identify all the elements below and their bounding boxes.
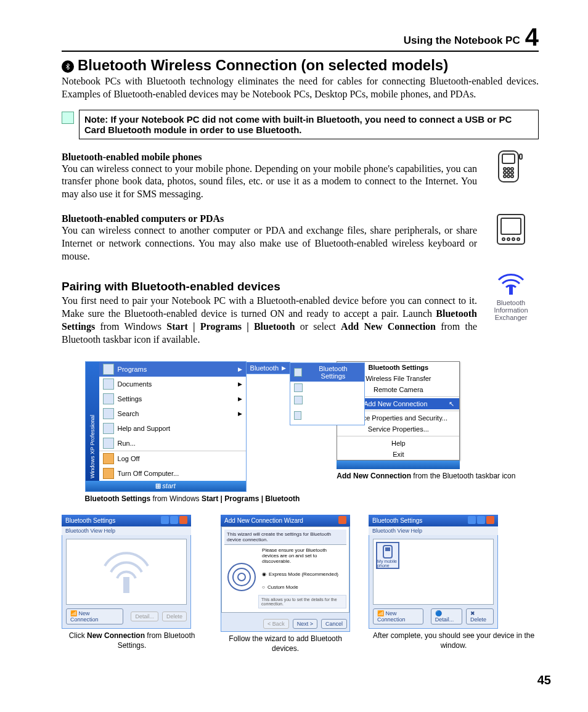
wireless-signal-icon <box>483 271 539 299</box>
minimize-button[interactable] <box>161 516 169 524</box>
start-button[interactable]: ⊞start <box>86 481 246 491</box>
radio-express-mode[interactable]: ◉Express Mode (Recommended) <box>258 569 346 579</box>
header-chapter-number: 4 <box>525 25 539 49</box>
ctx-item-label: Help <box>391 440 406 447</box>
svg-point-10 <box>511 175 513 178</box>
figure-add-connection-wizard: Add New Connection Wizard This wizard wi… <box>221 515 350 653</box>
close-button[interactable] <box>338 516 346 524</box>
submenu-item-bluetooth-settings[interactable]: Bluetooth Settings <box>290 363 364 382</box>
svg-point-20 <box>228 563 255 591</box>
svg-point-17 <box>517 238 520 240</box>
page-number: 45 <box>537 673 551 687</box>
window-title: Bluetooth Settings <box>65 517 160 524</box>
svg-point-5 <box>504 171 506 174</box>
cancel-button[interactable]: Cancel <box>321 619 347 629</box>
ctx-help[interactable]: Help <box>337 438 459 449</box>
submenu-item-label: User's Guide <box>306 396 345 404</box>
new-connection-button[interactable]: 📶 New Connection <box>66 608 123 624</box>
svg-point-8 <box>504 175 506 178</box>
start-menu-search[interactable]: Search▶ <box>99 406 246 421</box>
intro-paragraph: Notebook PCs with Bluetooth technology e… <box>62 75 539 101</box>
wizard-instruction: Please ensure your Bluetooth devices are… <box>258 545 346 567</box>
button-label: Detail... <box>135 613 154 620</box>
next-button[interactable]: Next > <box>293 619 317 629</box>
maximize-button[interactable] <box>170 516 178 524</box>
custom-mode-description: This allows you to set the details for t… <box>258 595 346 608</box>
device-label: My mobile phone <box>377 559 398 568</box>
window-title: Bluetooth Settings <box>372 517 467 524</box>
button-label: < Back <box>267 621 285 627</box>
pairing-bold-2: Start | Programs | Bluetooth <box>166 321 295 332</box>
radio-custom-mode[interactable]: ○Custom Mode <box>258 582 346 592</box>
start-menu-logoff[interactable]: Log Off <box>99 451 246 466</box>
wizard-graphic-icon <box>226 555 257 599</box>
submenu-bluetooth[interactable]: Bluetooth▶ Bluetooth Settings Remote Cam… <box>247 362 290 374</box>
start-menu-settings[interactable]: Settings▶ <box>99 391 246 406</box>
submenu-item-wireless-file-transfer[interactable]: Wireless File Transfer <box>290 406 364 425</box>
start-item-label: Help and Support <box>118 425 171 432</box>
radio-label: Custom Mode <box>267 584 298 590</box>
button-label: New Connection <box>70 610 99 623</box>
ctx-item-label: Bluetooth Settings <box>368 364 428 371</box>
button-label: Delete <box>166 613 182 620</box>
window-menubar[interactable]: Bluetooth View Help <box>369 526 498 535</box>
section-title: Bluetooth Wireless Connection (on select… <box>62 57 539 74</box>
titlebar: Bluetooth Settings <box>369 515 498 526</box>
back-button: < Back <box>263 619 289 629</box>
svg-rect-24 <box>385 547 390 551</box>
ctx-item-label: Remote Camera <box>374 386 423 393</box>
start-menu-turnoff[interactable]: Turn Off Computer... <box>99 466 246 481</box>
start-item-label: Turn Off Computer... <box>118 470 179 477</box>
pairing-text-3: or select <box>295 321 341 332</box>
close-button[interactable] <box>179 516 187 524</box>
submenu-item-label: Remote Camera <box>306 384 356 391</box>
new-connection-button[interactable]: 📶 New Connection <box>373 608 423 624</box>
close-button[interactable] <box>486 516 494 524</box>
section-title-text: Bluetooth Wireless Connection (on select… <box>78 57 448 74</box>
mobile-phone-illustration <box>483 148 539 185</box>
sub1-heading: Bluetooth-enabled mobile phones <box>62 152 477 163</box>
bottom-caption-2: Follow the wizard to add Bluetooth devic… <box>221 634 350 653</box>
start-menu-run[interactable]: Run... <box>99 436 246 451</box>
paired-device-icon[interactable]: My mobile phone <box>376 542 399 569</box>
submenu-item-label: Wireless File Transfer <box>305 408 361 423</box>
pairing-text-1: You first need to pair your Notebook PC … <box>62 295 477 319</box>
svg-point-9 <box>507 175 510 178</box>
submenu-item-users-guide[interactable]: User's Guide <box>290 394 364 406</box>
ctx-exit[interactable]: Exit <box>337 449 459 460</box>
figure-bt-settings-empty: Bluetooth Settings Bluetooth View Help 📶… <box>62 515 202 653</box>
os-sidebar-label: Windows XP Professional <box>89 412 96 481</box>
radio-label: Express Mode (Recommended) <box>269 571 338 577</box>
start-menu-programs[interactable]: Programs▶ Bluetooth▶ Bluetooth Settings … <box>99 362 246 377</box>
window-menubar[interactable]: Bluetooth View Help <box>62 526 191 535</box>
submenu-item-remote-camera[interactable]: Remote Camera <box>290 382 364 394</box>
maximize-button[interactable] <box>477 516 485 524</box>
detail-button-disabled: Detail... <box>131 612 158 621</box>
svg-rect-18 <box>509 286 513 295</box>
page-header: Using the Notebook PC 4 <box>62 25 539 52</box>
subsection-mobile-phones: Bluetooth-enabled mobile phones You can … <box>62 148 539 210</box>
titlebar: Bluetooth Settings <box>62 515 191 526</box>
minimize-button[interactable] <box>468 516 476 524</box>
note-icon <box>62 112 74 124</box>
start-item-label: Documents <box>118 380 152 388</box>
ctx-item-label: Service Properties... <box>368 425 429 433</box>
start-item-label: Search <box>118 410 139 417</box>
sub2-heading: Bluetooth-enabled computers or PDAs <box>62 213 477 224</box>
button-label: Cancel <box>325 621 343 627</box>
start-item-label: Run... <box>118 440 136 447</box>
svg-rect-19 <box>123 577 129 593</box>
delete-button[interactable]: ✖ Delete <box>466 608 494 624</box>
pairing-section: Pairing with Bluetooth-enabled devices Y… <box>62 271 539 354</box>
start-item-label: Settings <box>118 395 142 403</box>
start-menu-documents[interactable]: Documents▶ <box>99 377 246 391</box>
svg-rect-1 <box>502 154 515 163</box>
delete-button-disabled: Delete <box>162 612 187 621</box>
bluetooth-icon <box>62 60 74 73</box>
svg-rect-13 <box>501 218 521 234</box>
svg-point-3 <box>507 168 510 170</box>
figure-start-menu: Windows XP Professional Programs▶ Blueto… <box>85 361 300 504</box>
start-menu-help[interactable]: Help and Support <box>99 421 246 436</box>
wizard-header-text: This wizard will create the settings for… <box>224 530 346 545</box>
detail-button[interactable]: 🔵 Detail... <box>431 608 462 624</box>
